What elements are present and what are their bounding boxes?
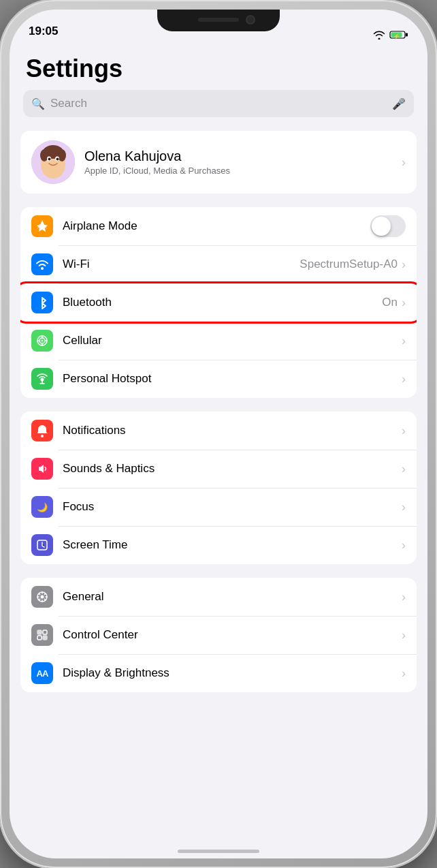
display-label: Display & Brightness [63, 666, 402, 680]
notifications-group: Notifications › Sounds & Haptics › [20, 412, 417, 564]
home-indicator [178, 850, 259, 853]
search-placeholder: Search [50, 97, 387, 110]
phone-frame: 19:05 ⚡ [0, 0, 437, 868]
wifi-chevron: › [402, 258, 406, 272]
cellular-chevron: › [402, 334, 406, 348]
profile-card[interactable]: Olena Kahujova Apple ID, iCloud, Media &… [20, 131, 417, 193]
wifi-icon [31, 253, 53, 275]
svg-rect-29 [37, 636, 42, 640]
page-title: Settings [10, 44, 427, 90]
bluetooth-icon [31, 292, 53, 313]
display-icon: AA [31, 662, 53, 684]
screen-content[interactable]: Settings 🔍 Search 🎤 [10, 44, 427, 858]
profile-row[interactable]: Olena Kahujova Apple ID, iCloud, Media &… [20, 131, 417, 193]
airplane-mode-label: Airplane Mode [63, 219, 370, 233]
control-center-row[interactable]: Control Center › [20, 616, 417, 654]
profile-chevron: › [402, 155, 406, 170]
profile-subtitle: Apple ID, iCloud, Media & Purchases [84, 166, 392, 176]
wifi-status-icon [373, 30, 385, 40]
focus-label: Focus [63, 500, 402, 514]
battery-status-icon: ⚡ [389, 30, 408, 40]
cellular-icon [31, 330, 53, 352]
svg-point-13 [56, 158, 59, 161]
search-bar[interactable]: 🔍 Search 🎤 [23, 90, 414, 117]
airplane-icon: ✈ [31, 215, 53, 237]
phone-screen: 19:05 ⚡ [10, 10, 427, 858]
notifications-label: Notifications [63, 424, 402, 437]
camera [246, 15, 255, 25]
svg-point-22 [41, 435, 44, 437]
svg-text:⚡: ⚡ [393, 33, 400, 40]
airplane-mode-toggle[interactable] [370, 215, 406, 237]
svg-point-12 [48, 158, 51, 161]
svg-rect-2 [406, 33, 408, 37]
general-row[interactable]: General › [20, 578, 417, 616]
wifi-row[interactable]: Wi-Fi SpectrumSetup-A0 › [20, 245, 417, 283]
profile-name: Olena Kahujova [84, 149, 392, 164]
screentime-row[interactable]: Screen Time › [20, 526, 417, 564]
wifi-label: Wi-Fi [63, 258, 300, 271]
hotspot-label: Personal Hotspot [63, 372, 402, 386]
focus-row[interactable]: 🌙 Focus › [20, 488, 417, 526]
display-chevron: › [402, 666, 406, 681]
sounds-icon [31, 458, 53, 480]
screentime-icon [31, 534, 53, 556]
notifications-icon [31, 420, 53, 441]
hotspot-row[interactable]: Personal Hotspot › [20, 360, 417, 398]
svg-rect-30 [43, 636, 47, 640]
control-center-label: Control Center [63, 628, 402, 642]
display-row[interactable]: AA Display & Brightness › [20, 654, 417, 692]
notifications-chevron: › [402, 424, 406, 438]
svg-text:🌙: 🌙 [37, 501, 48, 513]
focus-chevron: › [402, 500, 406, 514]
svg-rect-28 [43, 630, 47, 634]
bluetooth-label: Bluetooth [63, 296, 382, 309]
sounds-label: Sounds & Haptics [63, 462, 402, 476]
profile-info: Olena Kahujova Apple ID, iCloud, Media &… [84, 149, 392, 176]
general-label: General [63, 590, 402, 604]
svg-point-18 [42, 340, 44, 342]
svg-point-26 [41, 595, 44, 599]
general-icon [31, 586, 53, 608]
bluetooth-chevron: › [402, 296, 406, 310]
focus-icon: 🌙 [31, 496, 53, 518]
hotspot-icon [31, 368, 53, 390]
notch [157, 10, 280, 31]
speaker [198, 18, 239, 22]
svg-point-9 [58, 149, 66, 161]
avatar [31, 140, 75, 184]
control-center-chevron: › [402, 628, 406, 642]
general-chevron: › [402, 590, 406, 604]
cellular-label: Cellular [63, 334, 402, 347]
screentime-label: Screen Time [63, 538, 402, 552]
connectivity-group: ✈ Airplane Mode Wi-Fi [20, 207, 417, 398]
airplane-mode-row[interactable]: ✈ Airplane Mode [20, 207, 417, 245]
status-time: 19:05 [29, 25, 58, 40]
microphone-icon[interactable]: 🎤 [392, 97, 406, 110]
svg-point-8 [40, 149, 48, 161]
svg-point-15 [41, 267, 44, 270]
hotspot-chevron: › [402, 372, 406, 386]
sounds-chevron: › [402, 462, 406, 476]
cellular-row[interactable]: Cellular › [20, 322, 417, 360]
search-icon: 🔍 [31, 97, 45, 110]
screentime-chevron: › [402, 538, 406, 553]
wifi-value: SpectrumSetup-A0 [300, 258, 398, 271]
notifications-row[interactable]: Notifications › [20, 412, 417, 450]
svg-text:✈: ✈ [39, 220, 46, 230]
svg-rect-27 [37, 630, 42, 634]
general-group: General › Control Center › [20, 578, 417, 692]
bluetooth-value: On [382, 296, 398, 309]
sounds-row[interactable]: Sounds & Haptics › [20, 450, 417, 488]
bluetooth-row[interactable]: Bluetooth On › [20, 283, 417, 322]
control-center-icon [31, 624, 53, 646]
status-icons: ⚡ [373, 30, 408, 40]
